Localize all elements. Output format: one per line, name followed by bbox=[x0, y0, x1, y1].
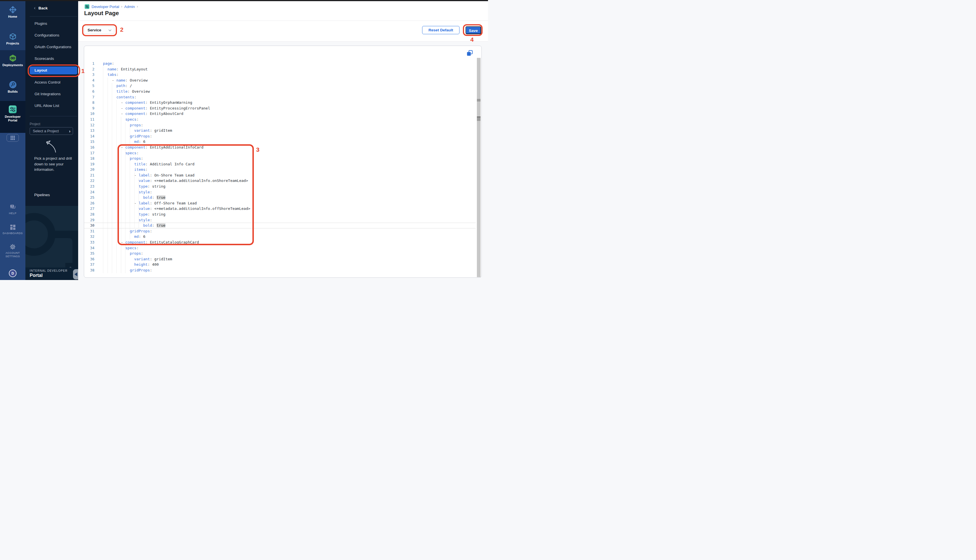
chevron-right-icon: › bbox=[69, 127, 70, 135]
code-line-10[interactable]: 10 - component: EntityAboutCard bbox=[84, 111, 476, 117]
back-button[interactable]: ‹Back bbox=[34, 5, 48, 11]
rail-item-builds[interactable]: Builds bbox=[0, 81, 25, 93]
save-button[interactable]: Save bbox=[465, 26, 481, 34]
code-line-6[interactable]: 6 title: Overview bbox=[84, 89, 476, 94]
code-text: - component: EntityAboutCard bbox=[103, 112, 184, 116]
line-number: 14 bbox=[84, 133, 94, 139]
sidebar-item-configurations[interactable]: Configurations bbox=[30, 32, 77, 39]
code-line-17[interactable]: 17 specs: bbox=[84, 150, 476, 156]
code-line-30[interactable]: 30 bold: true bbox=[84, 223, 476, 228]
module-picker-button[interactable] bbox=[7, 134, 19, 142]
code-text: - name: Overview bbox=[103, 78, 148, 82]
code-line-38[interactable]: 38 gridProps: bbox=[84, 267, 476, 273]
sidebar-collapse-button[interactable] bbox=[73, 269, 78, 280]
code-text: variant: gridItem bbox=[103, 128, 172, 133]
code-line-34[interactable]: 34 specs: bbox=[84, 245, 476, 251]
sidebar-item-pipelines[interactable]: Pipelines bbox=[34, 193, 50, 197]
code-text: title: Additional Info Card bbox=[103, 162, 195, 166]
line-number: 23 bbox=[84, 183, 94, 189]
code-line-9[interactable]: 9 - component: EntityProcessingErrorsPan… bbox=[84, 105, 476, 111]
rail-item-label: Deployments bbox=[0, 63, 25, 67]
user-avatar[interactable]: D bbox=[9, 270, 17, 277]
rail-item-label: Builds bbox=[0, 90, 25, 93]
editor-scrollbar[interactable] bbox=[477, 58, 480, 277]
code-line-27[interactable]: 27 value: <+metadata.additionalInfo.offS… bbox=[84, 206, 476, 212]
project-select-button[interactable]: Select a Project › bbox=[30, 127, 73, 135]
rail-item-projects[interactable]: Projects bbox=[0, 33, 25, 45]
code-line-26[interactable]: 26 - label: Off-Shore Team Lead bbox=[84, 200, 476, 206]
sidebar-item-layout[interactable]: Layout bbox=[30, 67, 77, 74]
code-line-23[interactable]: 23 type: string bbox=[84, 183, 476, 189]
code-text: name: EntityLayout bbox=[103, 67, 148, 71]
code-line-36[interactable]: 36 variant: gridItem bbox=[84, 256, 476, 262]
sidebar-item-plugins[interactable]: Plugins bbox=[30, 20, 77, 28]
code-line-18[interactable]: 18 props: bbox=[84, 156, 476, 162]
code-line-16[interactable]: 16 - component: EntityAdditionalInfoCard bbox=[84, 145, 476, 150]
back-label: Back bbox=[38, 6, 48, 10]
yaml-editor-card: 1page:2 name: EntityLayout3 tabs:4 - nam… bbox=[84, 46, 482, 278]
sidebar-item-oauth-configurations[interactable]: OAuth Configurations bbox=[30, 43, 77, 51]
code-line-15[interactable]: 15 md: 6 bbox=[84, 139, 476, 145]
code-text: title: Overview bbox=[103, 89, 150, 93]
line-number: 9 bbox=[84, 105, 94, 111]
code-line-28[interactable]: 28 type: string bbox=[84, 212, 476, 217]
footer-big-label: Portal bbox=[30, 273, 42, 278]
code-line-24[interactable]: 24 style: bbox=[84, 189, 476, 195]
rail-item-account-settings[interactable]: ACCOUNT SETTINGS bbox=[0, 243, 25, 258]
rail-item-deployments[interactable]: Deployments bbox=[0, 54, 25, 67]
code-line-19[interactable]: 19 title: Additional Info Card bbox=[84, 162, 476, 167]
window-chrome-strip bbox=[0, 0, 488, 1]
code-text: props: bbox=[103, 123, 143, 127]
code-line-1[interactable]: 1page: bbox=[84, 61, 476, 67]
rail-item-developer-portal[interactable]: Developer Portal bbox=[0, 105, 25, 122]
code-line-22[interactable]: 22 value: <+metadata.additionalInfo.onSh… bbox=[84, 178, 476, 183]
code-text: page: bbox=[103, 61, 114, 66]
code-text: md: 6 bbox=[103, 234, 145, 239]
code-line-29[interactable]: 29 style: bbox=[84, 217, 476, 223]
code-text: value: <+metadata.additionalInfo.offShor… bbox=[103, 207, 250, 211]
breadcrumb-admin[interactable]: Admin bbox=[124, 5, 135, 9]
breadcrumb-developer-portal[interactable]: Developer Portal bbox=[92, 5, 119, 9]
yaml-editor[interactable]: 1page:2 name: EntityLayout3 tabs:4 - nam… bbox=[84, 61, 476, 273]
sidebar-item-scorecards[interactable]: Scorecards bbox=[30, 55, 77, 63]
code-line-20[interactable]: 20 items: bbox=[84, 167, 476, 173]
sidebar-item-git-integrations[interactable]: Git Integrations bbox=[30, 90, 77, 98]
line-number: 6 bbox=[84, 89, 94, 94]
code-line-35[interactable]: 35 props: bbox=[84, 251, 476, 256]
line-number: 5 bbox=[84, 83, 94, 89]
main-content: Developer Portal › Admin › Layout Page S… bbox=[78, 1, 488, 280]
sidebar-item-access-control[interactable]: Access Control bbox=[30, 78, 77, 87]
code-line-32[interactable]: 32 md: 6 bbox=[84, 234, 476, 240]
code-line-14[interactable]: 14 gridProps: bbox=[84, 133, 476, 139]
breadcrumb: Developer Portal › Admin › bbox=[84, 4, 138, 9]
entity-type-select[interactable]: Service bbox=[84, 26, 114, 34]
avatar-initial: D bbox=[12, 272, 14, 275]
code-line-7[interactable]: 7 contents: bbox=[84, 94, 476, 100]
code-line-4[interactable]: 4 - name: Overview bbox=[84, 78, 476, 83]
code-line-8[interactable]: 8 - component: EntityOrphanWarning bbox=[84, 100, 476, 105]
code-line-31[interactable]: 31 gridProps: bbox=[84, 228, 476, 234]
code-line-13[interactable]: 13 variant: gridItem bbox=[84, 128, 476, 133]
line-number: 28 bbox=[84, 212, 94, 217]
line-number: 18 bbox=[84, 156, 94, 162]
rail-item-help[interactable]: ? HELP bbox=[0, 204, 25, 215]
code-line-37[interactable]: 37 height: 400 bbox=[84, 262, 476, 267]
code-line-3[interactable]: 3 tabs: bbox=[84, 72, 476, 78]
reset-default-button[interactable]: Reset Default bbox=[422, 26, 459, 34]
code-line-12[interactable]: 12 props: bbox=[84, 122, 476, 128]
dashboards-icon bbox=[10, 224, 16, 230]
code-line-5[interactable]: 5 path: / bbox=[84, 83, 476, 89]
code-line-25[interactable]: 25 bold: true bbox=[84, 195, 476, 200]
code-line-2[interactable]: 2 name: EntityLayout bbox=[84, 67, 476, 72]
rail-item-dashboards[interactable]: DASHBOARDS bbox=[0, 224, 25, 235]
sidebar-item-url-allow-list[interactable]: URL Allow List bbox=[30, 102, 77, 110]
rail-item-label: Home bbox=[0, 15, 25, 18]
code-text: gridProps: bbox=[103, 134, 152, 138]
copy-icon[interactable] bbox=[467, 50, 473, 56]
code-line-11[interactable]: 11 specs: bbox=[84, 117, 476, 122]
code-line-33[interactable]: 33 - component: EntityCatalogGraphCard bbox=[84, 240, 476, 245]
rail-item-home[interactable]: Home bbox=[0, 6, 25, 18]
line-number: 32 bbox=[84, 234, 94, 240]
line-number: 16 bbox=[84, 145, 94, 150]
code-line-21[interactable]: 21 - label: On-Shore Team Lead bbox=[84, 173, 476, 178]
